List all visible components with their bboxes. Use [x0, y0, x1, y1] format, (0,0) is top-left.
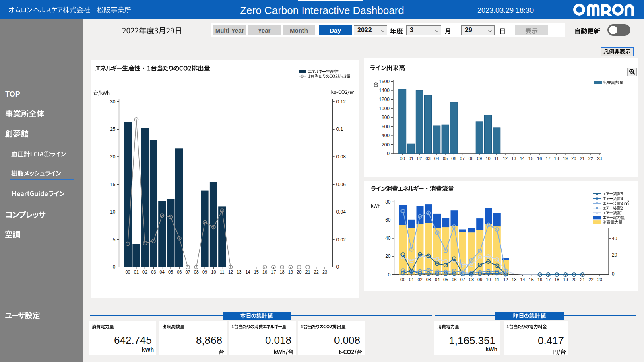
svg-text:12: 12: [228, 269, 233, 274]
svg-text:16: 16: [537, 156, 542, 161]
svg-text:05: 05: [168, 269, 173, 274]
svg-text:40: 40: [612, 236, 617, 241]
svg-text:10: 10: [485, 156, 490, 161]
svg-text:04: 04: [435, 277, 440, 282]
svg-text:800: 800: [382, 115, 390, 120]
svg-text:20: 20: [612, 252, 617, 258]
svg-text:20: 20: [110, 154, 116, 160]
svg-text:400: 400: [382, 133, 390, 138]
svg-text:18: 18: [554, 277, 559, 282]
svg-text:0: 0: [612, 271, 615, 277]
svg-text:16: 16: [537, 277, 542, 282]
svg-text:20: 20: [297, 269, 301, 274]
svg-text:21: 21: [580, 156, 584, 161]
svg-text:03: 03: [151, 269, 156, 274]
svg-text:10: 10: [486, 277, 491, 282]
svg-text:05: 05: [443, 277, 448, 282]
svg-text:05: 05: [443, 156, 448, 161]
svg-text:600: 600: [382, 124, 390, 130]
svg-text:09: 09: [202, 269, 207, 274]
svg-text:1000: 1000: [379, 106, 390, 111]
svg-text:15: 15: [529, 277, 534, 282]
svg-text:12: 12: [503, 277, 508, 282]
svg-text:14: 14: [245, 269, 250, 274]
svg-text:18: 18: [554, 156, 559, 161]
svg-text:19: 19: [563, 277, 568, 282]
svg-text:20: 20: [572, 277, 576, 282]
svg-text:60: 60: [385, 217, 391, 223]
svg-text:23: 23: [597, 156, 602, 161]
svg-text:0: 0: [113, 264, 116, 270]
svg-text:0.08: 0.08: [336, 154, 346, 160]
svg-text:02: 02: [417, 277, 422, 282]
svg-text:16: 16: [262, 269, 267, 274]
svg-text:15: 15: [528, 156, 533, 161]
svg-text:06: 06: [452, 277, 456, 282]
svg-text:200: 200: [382, 142, 390, 148]
svg-text:21: 21: [580, 277, 585, 282]
svg-text:02: 02: [142, 269, 147, 274]
svg-text:04: 04: [160, 269, 165, 274]
svg-text:07: 07: [185, 269, 190, 274]
svg-text:0.12: 0.12: [336, 99, 346, 105]
svg-text:17: 17: [546, 277, 551, 282]
svg-text:20: 20: [571, 156, 576, 161]
svg-text:01: 01: [134, 269, 139, 274]
svg-text:00: 00: [125, 269, 130, 274]
svg-text:04: 04: [434, 156, 439, 161]
svg-text:11: 11: [494, 156, 499, 161]
svg-text:10: 10: [211, 269, 216, 274]
svg-text:0: 0: [388, 272, 391, 278]
svg-text:1200: 1200: [379, 97, 390, 102]
svg-text:0.1: 0.1: [336, 126, 343, 132]
svg-text:09: 09: [477, 156, 482, 161]
svg-text:13: 13: [237, 269, 242, 274]
svg-text:15: 15: [254, 269, 259, 274]
svg-text:17: 17: [271, 269, 276, 274]
svg-text:19: 19: [288, 269, 293, 274]
svg-text:08: 08: [469, 277, 474, 282]
svg-text:22: 22: [588, 156, 593, 161]
svg-text:1400: 1400: [379, 88, 390, 93]
svg-text:13: 13: [511, 156, 516, 161]
svg-text:13: 13: [512, 277, 516, 282]
svg-text:30: 30: [110, 99, 116, 105]
svg-text:08: 08: [194, 269, 199, 274]
svg-text:80: 80: [385, 199, 391, 205]
svg-text:01: 01: [409, 277, 414, 282]
svg-text:07: 07: [460, 277, 465, 282]
svg-text:0.06: 0.06: [336, 182, 346, 187]
svg-text:20: 20: [385, 253, 391, 259]
svg-text:0: 0: [336, 264, 339, 270]
svg-text:03: 03: [426, 277, 431, 282]
svg-text:01: 01: [409, 156, 413, 161]
svg-text:21: 21: [305, 269, 310, 274]
svg-text:0: 0: [387, 151, 390, 156]
svg-text:15: 15: [110, 182, 116, 187]
svg-text:23: 23: [322, 269, 327, 274]
svg-text:5: 5: [113, 237, 116, 243]
svg-text:22: 22: [588, 277, 593, 282]
svg-text:00: 00: [400, 277, 405, 282]
svg-text:06: 06: [451, 156, 456, 161]
svg-text:00: 00: [400, 156, 405, 161]
svg-text:02: 02: [417, 156, 422, 161]
svg-text:14: 14: [520, 277, 525, 282]
svg-text:23: 23: [597, 277, 602, 282]
svg-text:06: 06: [177, 269, 182, 274]
svg-text:09: 09: [477, 277, 482, 282]
svg-text:11: 11: [220, 269, 224, 274]
svg-text:1600: 1600: [379, 79, 390, 84]
svg-text:08: 08: [469, 156, 473, 161]
svg-text:25: 25: [110, 126, 116, 132]
svg-text:17: 17: [545, 156, 550, 161]
svg-text:10: 10: [110, 209, 116, 215]
svg-text:12: 12: [503, 156, 508, 161]
svg-text:11: 11: [495, 277, 499, 282]
svg-text:07: 07: [460, 156, 465, 161]
svg-text:0.02: 0.02: [336, 237, 346, 243]
svg-text:18: 18: [279, 269, 284, 274]
svg-text:14: 14: [520, 156, 524, 161]
svg-text:40: 40: [385, 235, 391, 241]
svg-text:19: 19: [563, 156, 568, 161]
